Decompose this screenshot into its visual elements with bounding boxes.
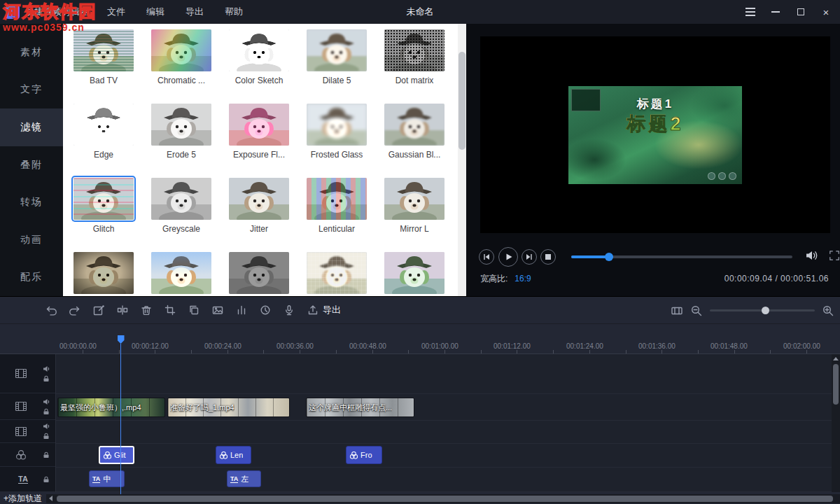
sidebar-item[interactable]: 动画 bbox=[0, 221, 63, 259]
scrollbar-thumb[interactable] bbox=[833, 364, 839, 405]
filter-item[interactable]: Chromatic ... bbox=[151, 29, 211, 85]
filter-item[interactable]: Mirror L bbox=[384, 178, 444, 234]
filter-track-header[interactable] bbox=[0, 443, 55, 467]
fit-timeline-icon[interactable] bbox=[671, 304, 683, 317]
stop-button[interactable] bbox=[540, 249, 556, 265]
playback-controls bbox=[466, 246, 840, 267]
crop-icon[interactable] bbox=[164, 304, 176, 316]
menu-item[interactable]: 文件 bbox=[107, 6, 125, 18]
lock-track-icon[interactable] bbox=[43, 408, 50, 415]
scroll-left-arrow[interactable] bbox=[46, 494, 55, 503]
filter-grid: Bad TV bbox=[63, 24, 466, 296]
video-clip[interactable]: 最坚强的小鲁班）,.mp4 bbox=[57, 398, 165, 417]
menu-item[interactable]: 帮助 bbox=[225, 6, 243, 18]
seek-slider[interactable] bbox=[571, 255, 792, 258]
sidebar-item[interactable]: 转场 bbox=[0, 183, 63, 221]
sidebar-item[interactable]: 叠附 bbox=[0, 146, 63, 184]
filter-clip[interactable]: Fro bbox=[346, 446, 382, 464]
aspect-ratio-value[interactable]: 16:9 bbox=[514, 274, 531, 284]
filter-item[interactable]: Erode 5 bbox=[151, 104, 211, 160]
sidebar-item[interactable]: 文字 bbox=[0, 71, 63, 109]
zoom-in-icon[interactable] bbox=[822, 304, 834, 317]
sidebar-item[interactable]: 素材 bbox=[0, 34, 63, 71]
zoom-slider-handle[interactable] bbox=[762, 307, 769, 314]
minimize-button[interactable] bbox=[770, 6, 781, 18]
video-track-header-2[interactable] bbox=[0, 393, 55, 420]
zoom-out-icon[interactable] bbox=[690, 304, 703, 317]
text-track-header[interactable]: TA bbox=[0, 467, 55, 492]
tracks-vertical-scrollbar[interactable] bbox=[832, 354, 840, 492]
menu-item[interactable]: 编辑 bbox=[146, 6, 164, 18]
filter-item[interactable]: Exposure Fl... bbox=[229, 104, 289, 160]
filter-item[interactable] bbox=[74, 252, 134, 296]
menu-item[interactable]: 导出 bbox=[186, 6, 204, 18]
filter-item[interactable]: Gaussian Bl... bbox=[384, 104, 444, 160]
scrollbar-thumb[interactable] bbox=[57, 496, 833, 502]
filter-item[interactable] bbox=[307, 252, 367, 296]
lock-track-icon[interactable] bbox=[43, 476, 50, 483]
video-clip[interactable]: 这个牌匾中框雕得有点... bbox=[306, 398, 414, 417]
menubar: 文件 编辑 导出 帮助 bbox=[107, 6, 243, 18]
timeline-ruler[interactable]: 00:00:00.00 00:00:12.00 00:00:24.00 00:0… bbox=[0, 324, 840, 354]
mute-track-icon[interactable] bbox=[43, 365, 50, 372]
maximize-button[interactable] bbox=[795, 6, 806, 18]
filter-clip[interactable]: Len bbox=[216, 446, 251, 464]
track-area[interactable]: 最坚强的小鲁班）,.mp4 准备好了吗_1.mp4 这个牌匾中框雕得有点... bbox=[56, 354, 832, 492]
scrollbar-thumb[interactable] bbox=[458, 52, 465, 150]
seek-handle[interactable] bbox=[605, 253, 613, 261]
add-track-button[interactable]: +添加轨道 bbox=[4, 493, 42, 504]
filter-clip[interactable]: Glit bbox=[99, 446, 134, 464]
filter-item[interactable] bbox=[151, 252, 211, 296]
mute-track-icon[interactable] bbox=[43, 398, 50, 405]
lock-track-icon[interactable] bbox=[43, 451, 50, 458]
filter-item[interactable]: Dot matrix bbox=[384, 29, 444, 85]
play-button[interactable] bbox=[498, 247, 518, 267]
playhead[interactable] bbox=[120, 344, 121, 494]
redo-button[interactable] bbox=[69, 304, 81, 316]
previous-frame-button[interactable] bbox=[479, 249, 494, 265]
video-clip[interactable]: 准备好了吗_1.mp4 bbox=[167, 398, 290, 417]
zoom-slider[interactable] bbox=[710, 309, 815, 312]
microphone-icon[interactable] bbox=[283, 304, 295, 316]
lock-track-icon[interactable] bbox=[43, 375, 50, 382]
export-button[interactable]: 导出 bbox=[307, 304, 341, 316]
sidebar-item[interactable]: 配乐 bbox=[0, 258, 63, 296]
copy-icon[interactable] bbox=[188, 304, 200, 316]
filter-item[interactable]: Edge bbox=[74, 104, 134, 160]
delete-icon[interactable] bbox=[140, 304, 153, 316]
undo-button[interactable] bbox=[45, 304, 57, 316]
text-clip[interactable]: TA 中 bbox=[89, 470, 125, 487]
mute-track-icon[interactable] bbox=[43, 423, 50, 430]
filter-item[interactable]: Color Sketch bbox=[229, 29, 289, 85]
volume-icon[interactable] bbox=[805, 250, 819, 264]
fullscreen-icon[interactable] bbox=[829, 250, 840, 264]
video-track-header-1[interactable] bbox=[0, 354, 55, 393]
split-icon[interactable] bbox=[116, 304, 129, 316]
filter-item[interactable]: Bad TV bbox=[74, 29, 134, 85]
video-track-header-3[interactable] bbox=[0, 420, 55, 443]
filter-item[interactable]: Dilate 5 bbox=[307, 29, 367, 85]
filter-panel-scrollbar[interactable] bbox=[458, 24, 466, 296]
timeline-horizontal-scrollbar[interactable] bbox=[46, 494, 840, 503]
filter-item[interactable] bbox=[229, 252, 289, 296]
scroll-up-arrow[interactable] bbox=[833, 357, 839, 360]
filter-item[interactable] bbox=[384, 252, 444, 296]
filter-thumbnail bbox=[384, 104, 444, 146]
track-headers: TA bbox=[0, 354, 56, 492]
titlebar: 快捷视频剪辑器 文件 编辑 导出 帮助 未命名 × bbox=[0, 0, 840, 24]
filter-item[interactable]: Lenticular bbox=[307, 178, 367, 234]
lock-track-icon[interactable] bbox=[43, 433, 50, 440]
close-button[interactable]: × bbox=[820, 6, 832, 18]
clock-icon[interactable] bbox=[259, 304, 272, 316]
levels-icon[interactable] bbox=[235, 304, 248, 316]
filter-item[interactable]: Frosted Glass bbox=[307, 104, 367, 160]
next-frame-button[interactable] bbox=[522, 249, 537, 265]
filter-item[interactable]: Glitch bbox=[74, 178, 134, 234]
text-clip[interactable]: TA 左 bbox=[227, 470, 261, 487]
sidebar-item[interactable]: 滤镜 bbox=[0, 108, 63, 146]
filter-item[interactable]: Greyscale bbox=[151, 178, 211, 234]
image-icon[interactable] bbox=[211, 304, 224, 316]
filter-item[interactable]: Jitter bbox=[229, 178, 289, 234]
hamburger-menu-icon[interactable] bbox=[745, 6, 756, 18]
edit-icon[interactable] bbox=[92, 304, 105, 316]
